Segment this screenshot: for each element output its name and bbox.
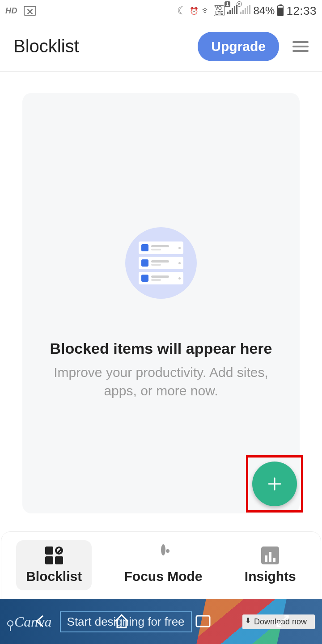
status-right: ☾ ⏰ ᯤ VOLTE 1 ✕ 84% 12:33 <box>177 4 317 18</box>
battery-icon <box>277 5 284 16</box>
nav-blocklist[interactable]: Blocklist <box>16 540 92 590</box>
status-left: HD <box>5 6 36 16</box>
system-expand-button[interactable] <box>275 614 290 630</box>
hamburger-bar <box>292 46 309 47</box>
dnd-moon-icon: ☾ <box>177 4 187 17</box>
home-icon <box>113 612 131 630</box>
empty-state-card: Blocked items will appear here Improve y… <box>22 93 300 513</box>
wifi-icon: ᯤ <box>201 5 211 17</box>
add-fab-button[interactable] <box>252 462 297 506</box>
nav-insights[interactable]: Insights <box>235 540 306 590</box>
hamburger-bar <box>292 41 309 43</box>
nav-label: Blocklist <box>26 569 82 584</box>
empty-state-title: Blocked items will appear here <box>50 340 272 357</box>
ad-banner[interactable]: Canva Start designing for free Download … <box>0 599 322 644</box>
alarm-icon: ⏰ <box>190 7 199 15</box>
plus-icon <box>267 476 282 491</box>
hd-indicator: HD <box>5 6 17 16</box>
recents-icon <box>195 614 211 628</box>
main-content: Blocked items will appear here Improve y… <box>0 72 322 513</box>
upgrade-button[interactable]: Upgrade <box>198 32 279 61</box>
clock: 12:33 <box>286 4 317 18</box>
empty-state-illustration <box>125 227 197 299</box>
system-home-button[interactable] <box>113 612 131 631</box>
target-icon <box>154 547 172 564</box>
sim-badge: 1 <box>225 1 230 7</box>
battery-percent: 84% <box>253 4 275 17</box>
bar-chart-icon <box>261 547 279 564</box>
menu-button[interactable] <box>290 38 311 55</box>
nav-focus-mode[interactable]: Focus Mode <box>114 540 212 590</box>
volte-icon: VOLTE <box>214 5 225 16</box>
system-recents-button[interactable] <box>195 614 211 629</box>
expand-icon <box>275 614 290 628</box>
signal-sim1: 1 <box>227 5 237 17</box>
blocklist-icon <box>45 547 63 564</box>
svg-rect-2 <box>196 616 210 627</box>
system-back-button[interactable] <box>32 613 48 631</box>
pin-icon <box>7 620 13 627</box>
status-bar: HD ☾ ⏰ ᯤ VOLTE 1 ✕ 84% 12:33 <box>0 0 322 21</box>
nav-label: Insights <box>245 569 296 584</box>
hamburger-bar <box>292 50 309 52</box>
signal-sim2: ✕ <box>240 5 250 17</box>
page-title: Blocklist <box>13 36 198 56</box>
gallery-icon <box>24 6 36 16</box>
empty-state-subtitle: Improve your productivity. Add sites, ap… <box>22 364 300 400</box>
nav-label: Focus Mode <box>124 569 202 584</box>
bottom-nav: Blocklist Focus Mode Insights <box>1 531 321 599</box>
back-icon <box>32 613 48 629</box>
app-header: Blocklist Upgrade <box>0 21 322 72</box>
list-illustration-icon <box>139 242 183 284</box>
fab-highlight-box <box>246 455 303 513</box>
